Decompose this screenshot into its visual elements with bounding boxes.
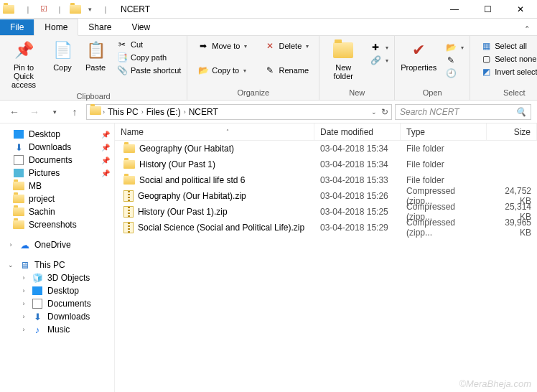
sidebar-item[interactable]: ⬇Downloads📌 bbox=[0, 141, 114, 154]
minimize-button[interactable]: — bbox=[438, 0, 471, 19]
folder-icon bbox=[123, 160, 135, 169]
sidebar-item-label: Downloads bbox=[29, 142, 71, 152]
copy-icon: 📄 bbox=[51, 39, 74, 62]
column-header-name[interactable]: Name˄ bbox=[115, 123, 314, 140]
new-item-button[interactable]: ✚ bbox=[367, 42, 391, 53]
column-header-size[interactable]: Size bbox=[487, 123, 537, 140]
sidebar-item[interactable]: Desktop📌 bbox=[0, 128, 114, 141]
group-new: New folder ✚ 🔗 New bbox=[319, 36, 395, 100]
sidebar-item-label: Downloads bbox=[47, 312, 90, 322]
window-title: NCERT bbox=[121, 4, 150, 14]
group-organize: ➡Move to 📂Copy to ✕Delete ✎Rename Organi… bbox=[187, 36, 319, 100]
copy-to-button[interactable]: 📂Copy to bbox=[195, 65, 250, 76]
move-to-icon: ➡ bbox=[197, 41, 209, 51]
copy-path-icon: 📑 bbox=[116, 52, 128, 62]
copy-path-button[interactable]: 📑Copy path bbox=[113, 52, 184, 63]
history-button[interactable]: 🕘 bbox=[442, 67, 467, 79]
chevron-right-icon[interactable]: › bbox=[184, 108, 186, 116]
open-icon: 📂 bbox=[445, 42, 457, 52]
tab-home[interactable]: Home bbox=[34, 19, 78, 36]
sidebar-item[interactable]: ›⬇Downloads bbox=[0, 310, 114, 323]
tab-share[interactable]: Share bbox=[78, 19, 121, 35]
sidebar-item[interactable]: Screenshots bbox=[0, 218, 114, 231]
cut-button[interactable]: ✂Cut bbox=[113, 39, 184, 50]
refresh-button[interactable]: ↻ bbox=[381, 107, 388, 117]
back-button[interactable]: ← bbox=[6, 103, 23, 121]
file-type: File folder bbox=[401, 175, 487, 185]
breadcrumb[interactable]: Files (E:) bbox=[145, 107, 182, 117]
select-all-button[interactable]: ▦Select all bbox=[477, 40, 537, 52]
sidebar-item-label: project bbox=[29, 194, 55, 204]
chevron-right-icon[interactable]: › bbox=[103, 108, 105, 116]
file-size: 39,965 KB bbox=[487, 218, 537, 238]
file-date: 03-04-2018 15:34 bbox=[314, 159, 401, 169]
file-row[interactable]: Social Science (Social and Political Lif… bbox=[115, 220, 537, 235]
qat-check-icon[interactable]: ☑ bbox=[37, 3, 50, 16]
up-button[interactable]: ↑ bbox=[66, 103, 83, 121]
sidebar-item-onedrive[interactable]: › ☁ OneDrive bbox=[0, 238, 114, 251]
pin-to-quick-access-button[interactable]: 📌 Pin to Quick access bbox=[3, 37, 45, 90]
forward-button[interactable]: → bbox=[26, 103, 43, 121]
new-folder-icon bbox=[332, 39, 355, 62]
properties-button[interactable]: ✔ Properties bbox=[398, 37, 439, 73]
file-name: History (Our Past 1) bbox=[139, 159, 215, 169]
sidebar-item[interactable]: project bbox=[0, 192, 114, 205]
address-bar[interactable]: › This PC › Files (E:) › NCERT ⌄ ↻ bbox=[86, 104, 392, 120]
sidebar-item[interactable]: ›♪Music bbox=[0, 323, 114, 336]
navigation-pane: Desktop📌⬇Downloads📌Documents📌Pictures📌MB… bbox=[0, 123, 115, 392]
delete-icon: ✕ bbox=[264, 41, 276, 51]
select-none-icon: ▢ bbox=[480, 54, 492, 64]
sidebar-item-label: Music bbox=[47, 325, 70, 335]
chevron-right-icon: › bbox=[20, 313, 27, 320]
tab-view[interactable]: View bbox=[121, 19, 160, 35]
address-dropdown-icon[interactable]: ⌄ bbox=[371, 108, 377, 116]
chevron-right-icon[interactable]: › bbox=[141, 108, 144, 116]
breadcrumb[interactable]: This PC bbox=[106, 107, 140, 117]
paste-shortcut-icon: 📎 bbox=[116, 65, 128, 75]
recent-locations-button[interactable]: ▾ bbox=[46, 103, 63, 121]
pin-icon: 📌 bbox=[12, 39, 35, 62]
search-input[interactable]: Search NCERT 🔍 bbox=[395, 104, 531, 120]
column-header-type[interactable]: Type bbox=[401, 123, 487, 140]
properties-icon: ✔ bbox=[407, 39, 430, 62]
sidebar-item[interactable]: ›Desktop bbox=[0, 284, 114, 297]
chevron-right-icon: › bbox=[20, 287, 27, 294]
qat-dropdown-icon[interactable]: ▾ bbox=[83, 3, 96, 16]
pin-icon: 📌 bbox=[101, 169, 110, 177]
sidebar-item[interactable]: MB bbox=[0, 179, 114, 192]
delete-button[interactable]: ✕Delete bbox=[261, 40, 312, 52]
edit-button[interactable]: ✎ bbox=[442, 55, 467, 66]
sidebar-item[interactable]: Documents📌 bbox=[0, 154, 114, 167]
copy-button[interactable]: 📄 Copy bbox=[47, 37, 78, 73]
rename-button[interactable]: ✎Rename bbox=[261, 65, 312, 76]
qat-folder-icon[interactable] bbox=[69, 3, 82, 16]
new-folder-button[interactable]: New folder bbox=[322, 37, 364, 82]
close-button[interactable]: ✕ bbox=[504, 0, 537, 19]
ribbon-tabs: File Home Share View ˄ bbox=[0, 19, 537, 36]
sidebar-item[interactable]: Sachin bbox=[0, 205, 114, 218]
paste-button[interactable]: 📋 Paste bbox=[80, 37, 111, 73]
easy-access-icon: 🔗 bbox=[370, 55, 381, 65]
maximize-button[interactable]: ☐ bbox=[471, 0, 504, 19]
ribbon-collapse-icon[interactable]: ˄ bbox=[518, 24, 537, 35]
invert-selection-button[interactable]: ◩Invert selection bbox=[477, 66, 537, 78]
move-to-button[interactable]: ➡Move to bbox=[195, 40, 250, 52]
file-row[interactable]: History (Our Past 1) 03-04-2018 15:34 Fi… bbox=[115, 157, 537, 172]
sidebar-item-this-pc[interactable]: ⌄ 🖥 This PC bbox=[0, 258, 114, 271]
tab-file[interactable]: File bbox=[0, 19, 34, 35]
column-header-date[interactable]: Date modified bbox=[314, 123, 401, 140]
group-select: ▦Select all ▢Select none ◩Invert selecti… bbox=[470, 36, 537, 100]
folder-icon bbox=[90, 106, 101, 117]
sidebar-item[interactable]: ›Documents bbox=[0, 297, 114, 310]
open-button[interactable]: 📂 bbox=[442, 42, 467, 53]
select-none-button[interactable]: ▢Select none bbox=[477, 53, 537, 65]
easy-access-button[interactable]: 🔗 bbox=[367, 55, 391, 66]
sidebar-item-label: 3D Objects bbox=[47, 273, 90, 283]
paste-shortcut-button[interactable]: 📎Paste shortcut bbox=[113, 65, 184, 76]
sidebar-item[interactable]: ›🧊3D Objects bbox=[0, 271, 114, 284]
sidebar-item[interactable]: Pictures📌 bbox=[0, 167, 114, 179]
breadcrumb[interactable]: NCERT bbox=[187, 107, 220, 117]
chevron-right-icon: › bbox=[7, 241, 14, 248]
file-row[interactable]: Geography (Our Habitat) 03-04-2018 15:34… bbox=[115, 141, 537, 157]
group-open: ✔ Properties 📂 ✎ 🕘 Open bbox=[395, 36, 470, 100]
